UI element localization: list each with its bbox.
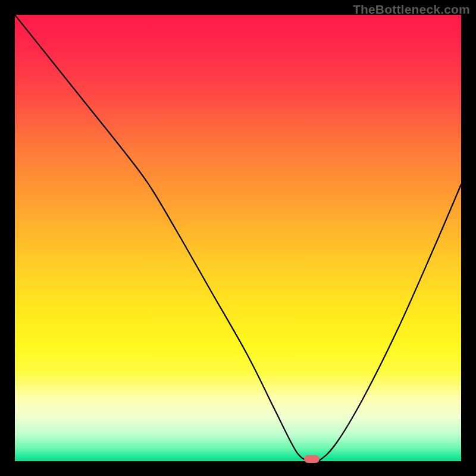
optimum-marker bbox=[304, 455, 320, 463]
chart-container: TheBottleneck.com bbox=[0, 0, 476, 476]
plot-area bbox=[15, 15, 461, 461]
curve-svg bbox=[15, 15, 461, 461]
bottleneck-curve bbox=[15, 15, 461, 461]
